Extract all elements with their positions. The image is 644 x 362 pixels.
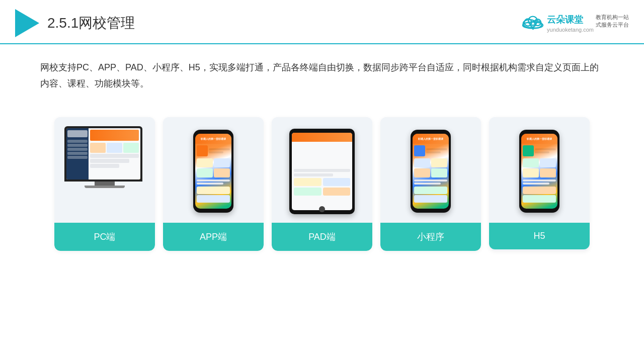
description-text: 网校支持PC、APP、PAD、小程序、H5，实现多端打通，产品各终端自由切换，数… (0, 44, 644, 102)
card-h5-image: 职通人的第一堂职通课 (489, 117, 590, 223)
cards-container: PC端 职通人的第一堂职通课 (0, 107, 644, 261)
miniprogram-device-icon: 职通人的第一堂职通课 (411, 130, 451, 213)
app-device-icon: 职通人的第一堂职通课 (193, 130, 233, 213)
brand-name: 云朵课堂 yunduoketang.com (547, 14, 594, 33)
card-pad: PAD端 (272, 117, 372, 251)
card-pad-label: PAD端 (272, 223, 372, 251)
cloud-logo-icon (521, 14, 545, 30)
brand-slogan: 教育机构一站 式服务云平台 (596, 14, 629, 29)
card-pc-image (54, 117, 155, 223)
card-h5-label: H5 (489, 223, 590, 249)
brand-container: 云朵课堂 yunduoketang.com 教育机构一站 式服务云平台 (521, 14, 629, 33)
header: 2.5.1网校管理 云朵课堂 yunduoketang.com 教育机构一站 式… (0, 0, 644, 44)
logo-triangle-icon (15, 9, 39, 37)
page-title: 2.5.1网校管理 (47, 14, 135, 33)
card-miniprogram-label: 小程序 (380, 223, 481, 251)
card-pc: PC端 (54, 117, 155, 251)
card-pad-image (272, 117, 372, 223)
h5-device-icon: 职通人的第一堂职通课 (519, 130, 559, 213)
card-app: 职通人的第一堂职通课 (163, 117, 264, 251)
card-h5: 职通人的第一堂职通课 (489, 117, 590, 251)
card-app-label: APP端 (163, 223, 264, 251)
card-app-image: 职通人的第一堂职通课 (163, 117, 264, 223)
card-pc-label: PC端 (54, 223, 155, 251)
pc-device-icon (64, 126, 145, 217)
card-miniprogram-image: 职通人的第一堂职通课 (380, 117, 481, 223)
header-right: 云朵课堂 yunduoketang.com 教育机构一站 式服务云平台 (521, 14, 629, 33)
header-left: 2.5.1网校管理 (15, 9, 135, 37)
card-miniprogram: 职通人的第一堂职通课 (380, 117, 481, 251)
pad-device-icon (289, 129, 355, 214)
